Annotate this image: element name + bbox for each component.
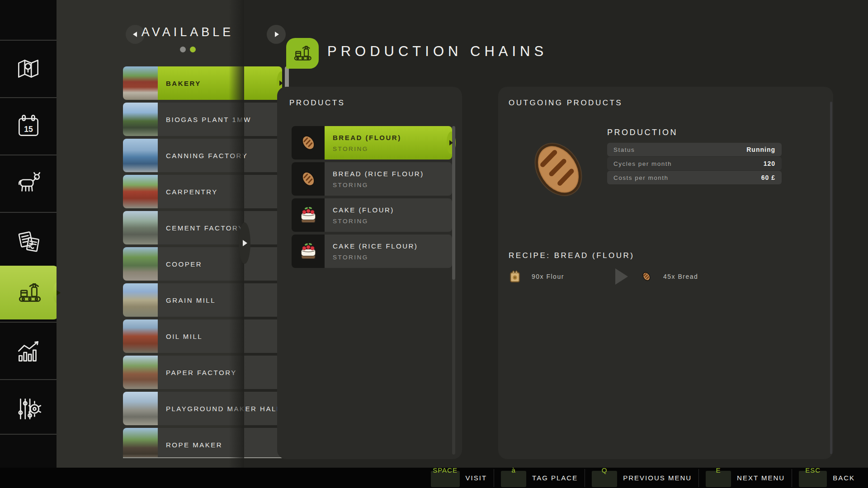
- key-label: E: [716, 466, 721, 474]
- building-thumbnail: [123, 283, 158, 317]
- product-item-cake-flour[interactable]: CAKE (FLOUR) STORING: [292, 198, 452, 232]
- sidebar-item-contracts[interactable]: [0, 213, 57, 269]
- bread-icon: [641, 269, 652, 284]
- calendar-icon: 15: [14, 112, 43, 141]
- production-chains-icon: [291, 42, 314, 65]
- scrollbar-thumb[interactable]: [452, 126, 455, 280]
- chevron-right-icon: [275, 32, 279, 37]
- available-panel-title: AVAILABLE: [113, 25, 262, 39]
- product-icon-tile: [292, 235, 325, 268]
- building-thumbnail: [123, 247, 158, 281]
- product-item-bread-flour[interactable]: BREAD (FLOUR) STORING: [292, 126, 452, 160]
- outgoing-scrollbar[interactable]: [830, 102, 832, 454]
- cow-icon: [14, 169, 43, 199]
- list-item-label: BAKERY: [158, 66, 282, 100]
- production-chains-header-icon: [286, 38, 319, 69]
- sidebar-item-settings[interactable]: [0, 381, 57, 437]
- products-list: BREAD (FLOUR) STORING BREAD (RICE FLOUR): [292, 126, 452, 268]
- available-list: BAKERY BIOGAS PLANT 1MW CANNING FACTORY …: [123, 66, 282, 458]
- list-item-canning-factory[interactable]: CANNING FACTORY: [123, 139, 282, 172]
- list-item-carpentry[interactable]: CARPENTRY: [123, 175, 282, 208]
- list-bottom-divider: [123, 457, 288, 458]
- sidebar-item-statistics[interactable]: [0, 324, 57, 380]
- sliders-gear-icon: [14, 394, 43, 424]
- list-item-oil-mill[interactable]: OIL MILL: [123, 319, 282, 353]
- list-item-playground-maker-hall[interactable]: PLAYGROUND MAKER HALL: [123, 392, 282, 425]
- product-name: CAKE (RICE FLOUR): [333, 242, 452, 250]
- sidebar-item-production-chains[interactable]: [0, 266, 59, 319]
- building-thumbnail: [123, 392, 158, 425]
- building-thumbnail: [123, 428, 158, 458]
- sidebar-item-calendar[interactable]: 15: [0, 98, 57, 155]
- products-panel: PRODUCTS BREAD (FLOUR) STORING: [277, 87, 462, 459]
- list-item-biogas-plant[interactable]: BIOGAS PLANT 1MW: [123, 103, 282, 136]
- products-scrollbar[interactable]: [452, 126, 455, 455]
- status-value: Running: [746, 146, 775, 153]
- list-item-label: PLAYGROUND MAKER HALL: [158, 392, 282, 425]
- page-dot-active: [190, 47, 196, 52]
- shortcut-label: BACK: [833, 474, 855, 482]
- outgoing-panel-title: OUTGOING PRODUCTS: [509, 99, 623, 108]
- product-name: BREAD (RICE FLOUR): [333, 170, 452, 178]
- page-indicator: [113, 47, 262, 52]
- statistics-icon: [14, 337, 43, 367]
- product-name: CAKE (FLOUR): [333, 206, 452, 214]
- shortcut-label: PREVIOUS MENU: [623, 474, 692, 482]
- page-title: PRODUCTION CHAINS: [327, 43, 547, 60]
- product-icon-tile: [292, 162, 325, 196]
- product-info: CAKE (FLOUR) STORING: [325, 198, 452, 232]
- key-label: SPACE: [433, 466, 458, 474]
- shortcut-label: VISIT: [466, 474, 487, 482]
- list-item-grain-mill[interactable]: GRAIN MILL: [123, 283, 282, 317]
- key-label: Q: [602, 466, 608, 474]
- list-item-label: GRAIN MILL: [158, 283, 282, 317]
- a-grave-key[interactable]: à: [501, 471, 526, 487]
- product-item-bread-rice-flour[interactable]: BREAD (RICE FLOUR) STORING: [292, 162, 452, 196]
- table-row-costs: Costs per month 60 £: [607, 171, 782, 184]
- shortcut-back: ESC BACK: [792, 469, 862, 487]
- list-item-cement-factory[interactable]: CEMENT FACTORY: [123, 211, 282, 244]
- shortcut-visit: SPACE VISIT: [424, 469, 494, 487]
- recipe-output-text: 45x Bread: [663, 273, 698, 280]
- list-item-label: CANNING FACTORY: [158, 139, 282, 172]
- list-item-label: CARPENTRY: [158, 175, 282, 208]
- recipe-input-text: 90x Flour: [532, 273, 615, 280]
- shortcut-tag-place: à TAG PLACE: [494, 469, 585, 487]
- table-row-status: Status Running: [607, 143, 782, 156]
- product-item-cake-rice-flour[interactable]: CAKE (RICE FLOUR) STORING: [292, 235, 452, 268]
- sidebar-item-map[interactable]: [0, 41, 57, 97]
- list-item-label: CEMENT FACTORY: [158, 211, 282, 244]
- arrow-right-icon: [615, 268, 628, 285]
- shortcut-next-menu: E NEXT MENU: [698, 469, 792, 487]
- chevron-right-icon: [243, 240, 247, 246]
- list-item-label: ROPE MAKER: [158, 428, 282, 458]
- list-item-cooper[interactable]: COOPER: [123, 247, 282, 281]
- building-thumbnail: [123, 356, 158, 389]
- product-info: BREAD (RICE FLOUR) STORING: [325, 162, 452, 196]
- building-thumbnail: [123, 319, 158, 353]
- esc-key[interactable]: ESC: [799, 471, 827, 487]
- row-label: Status: [613, 146, 635, 153]
- product-info: CAKE (RICE FLOUR) STORING: [325, 235, 452, 268]
- shortcut-label: TAG PLACE: [532, 474, 578, 482]
- list-item-bakery[interactable]: BAKERY: [123, 66, 282, 100]
- map-icon: [14, 54, 43, 84]
- collapse-panel-button[interactable]: [239, 222, 250, 264]
- products-panel-title: PRODUCTS: [289, 99, 345, 108]
- e-key[interactable]: E: [706, 471, 731, 487]
- sidebar-item-animals[interactable]: [0, 155, 57, 212]
- q-key[interactable]: Q: [592, 471, 617, 487]
- space-key[interactable]: SPACE: [431, 471, 460, 487]
- product-info: BREAD (FLOUR) STORING: [325, 126, 452, 160]
- chevron-right-icon: [279, 80, 282, 86]
- documents-icon: [14, 226, 43, 256]
- building-thumbnail: [123, 139, 158, 172]
- bread-icon: [297, 168, 319, 190]
- list-item-paper-factory[interactable]: PAPER FACTORY: [123, 356, 282, 389]
- list-item-label: PAPER FACTORY: [158, 356, 282, 389]
- row-label: Costs per month: [613, 174, 669, 181]
- flour-sack-icon: [509, 269, 521, 284]
- list-item-rope-maker[interactable]: ROPE MAKER: [123, 428, 282, 458]
- next-page-button[interactable]: [267, 25, 286, 44]
- table-row-cycles: Cycles per month 120: [607, 157, 782, 170]
